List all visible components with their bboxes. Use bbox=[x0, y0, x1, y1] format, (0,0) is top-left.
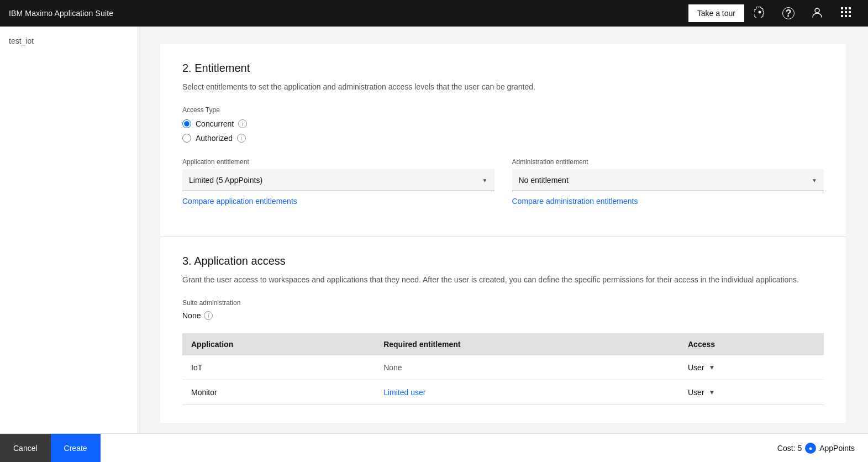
authorized-info-icon[interactable]: i bbox=[237, 134, 246, 143]
monitor-access-value: User bbox=[688, 388, 704, 397]
help-button[interactable]: ? bbox=[775, 0, 802, 27]
entitlement-description: Select entitlements to set the applicati… bbox=[182, 81, 824, 93]
table-row: Monitor Limited user User ▼ bbox=[182, 380, 824, 405]
table-row: IoT None User ▼ bbox=[182, 355, 824, 380]
administration-entitlement-group: Administration entitlement No entitlemen… bbox=[512, 158, 824, 206]
row-monitor-application: Monitor bbox=[182, 380, 375, 405]
suite-admin-value-text: None bbox=[182, 311, 201, 320]
table-body: IoT None User ▼ Monitor Limited bbox=[182, 355, 824, 405]
application-access-table: Application Required entitlement Access … bbox=[182, 333, 824, 405]
user-button[interactable] bbox=[804, 0, 830, 27]
settings-button[interactable] bbox=[746, 0, 773, 27]
create-button[interactable]: Create bbox=[51, 434, 101, 441]
row-monitor-entitlement: Limited user bbox=[375, 380, 679, 405]
content-wrapper: 2. Entitlement Select entitlements to se… bbox=[160, 44, 846, 423]
help-icon: ? bbox=[782, 7, 795, 19]
svg-rect-4 bbox=[841, 11, 843, 13]
radio-concurrent-input[interactable] bbox=[182, 119, 191, 128]
suite-admin-info-icon[interactable]: i bbox=[204, 311, 213, 320]
footer: Cancel Create Cost: 5 ● AppPoints bbox=[0, 433, 868, 440]
svg-point-0 bbox=[815, 8, 819, 13]
suite-admin-label: Suite administration bbox=[182, 299, 824, 307]
radio-concurrent[interactable]: Concurrent i bbox=[182, 119, 824, 128]
header: IBM Maximo Application Suite Take a tour… bbox=[0, 0, 868, 27]
header-right: Take a tour ? bbox=[688, 0, 859, 27]
row-iot-application: IoT bbox=[182, 355, 375, 380]
column-access: Access bbox=[679, 333, 824, 355]
svg-rect-1 bbox=[841, 7, 843, 9]
suite-admin-value: None i bbox=[182, 311, 824, 320]
administration-entitlement-wrapper: No entitlement Administrator bbox=[512, 169, 824, 191]
application-entitlement-select[interactable]: Limited (5 AppPoints) Premium (10 AppPoi… bbox=[182, 169, 495, 191]
administration-entitlement-label: Administration entitlement bbox=[512, 158, 824, 166]
concurrent-info-icon[interactable]: i bbox=[238, 119, 247, 128]
header-left: IBM Maximo Application Suite bbox=[9, 9, 113, 18]
apps-button[interactable] bbox=[833, 0, 859, 27]
monitor-access-chevron-icon: ▼ bbox=[709, 389, 716, 396]
sidebar-item-user[interactable]: test_iot bbox=[0, 31, 138, 51]
app-logo: IBM Maximo Application Suite bbox=[9, 9, 113, 18]
application-access-title: 3. Application access bbox=[182, 255, 824, 267]
entitlement-title: 2. Entitlement bbox=[182, 62, 824, 75]
sidebar-user-label: test_iot bbox=[9, 36, 34, 45]
monitor-access-dropdown[interactable]: User ▼ bbox=[688, 388, 815, 397]
column-application: Application bbox=[182, 333, 375, 355]
row-iot-access[interactable]: User ▼ bbox=[679, 355, 824, 380]
application-entitlement-wrapper: Limited (5 AppPoints) Premium (10 AppPoi… bbox=[182, 169, 495, 191]
column-required-entitlement: Required entitlement bbox=[375, 333, 679, 355]
entitlement-dropdowns-row: Application entitlement Limited (5 AppPo… bbox=[182, 158, 824, 206]
svg-rect-2 bbox=[845, 7, 847, 9]
iot-access-chevron-icon: ▼ bbox=[709, 364, 716, 371]
user-icon bbox=[812, 7, 823, 20]
svg-rect-9 bbox=[849, 15, 851, 17]
application-entitlement-group: Application entitlement Limited (5 AppPo… bbox=[182, 158, 495, 206]
main-content: 2. Entitlement Select entitlements to se… bbox=[138, 27, 868, 440]
take-tour-button[interactable]: Take a tour bbox=[688, 4, 744, 22]
footer-actions: Cancel Create bbox=[0, 434, 101, 441]
radio-concurrent-label: Concurrent bbox=[196, 119, 234, 128]
access-type-label: Access Type bbox=[182, 106, 824, 114]
svg-rect-5 bbox=[845, 11, 847, 13]
radio-authorized-label: Authorized bbox=[196, 134, 233, 143]
application-access-description: Grant the user access to workspaces and … bbox=[182, 274, 824, 286]
cancel-button[interactable]: Cancel bbox=[0, 434, 51, 441]
svg-rect-3 bbox=[849, 7, 851, 9]
svg-rect-6 bbox=[849, 11, 851, 13]
radio-authorized-input[interactable] bbox=[182, 134, 191, 143]
entitlement-section: 2. Entitlement Select entitlements to se… bbox=[160, 44, 846, 237]
table-header: Application Required entitlement Access bbox=[182, 333, 824, 355]
row-monitor-access[interactable]: User ▼ bbox=[679, 380, 824, 405]
sidebar: test_iot bbox=[0, 27, 138, 440]
apps-grid-icon bbox=[840, 7, 851, 20]
access-type-radio-group: Concurrent i Authorized i bbox=[182, 119, 824, 143]
iot-access-dropdown[interactable]: User ▼ bbox=[688, 363, 815, 372]
administration-entitlement-select[interactable]: No entitlement Administrator bbox=[512, 169, 824, 191]
svg-rect-7 bbox=[841, 15, 843, 17]
iot-access-value: User bbox=[688, 363, 704, 372]
application-access-section: 3. Application access Grant the user acc… bbox=[160, 237, 846, 423]
table-header-row: Application Required entitlement Access bbox=[182, 333, 824, 355]
svg-rect-8 bbox=[845, 15, 847, 17]
settings-icon bbox=[754, 7, 765, 20]
compare-app-entitlements-link[interactable]: Compare application entitlements bbox=[182, 197, 297, 206]
radio-authorized[interactable]: Authorized i bbox=[182, 134, 824, 143]
app-layout: test_iot 2. Entitlement Select entitleme… bbox=[0, 27, 868, 440]
row-iot-entitlement: None bbox=[375, 355, 679, 380]
application-entitlement-label: Application entitlement bbox=[182, 158, 495, 166]
compare-admin-entitlements-link[interactable]: Compare administration entitlements bbox=[512, 197, 638, 206]
